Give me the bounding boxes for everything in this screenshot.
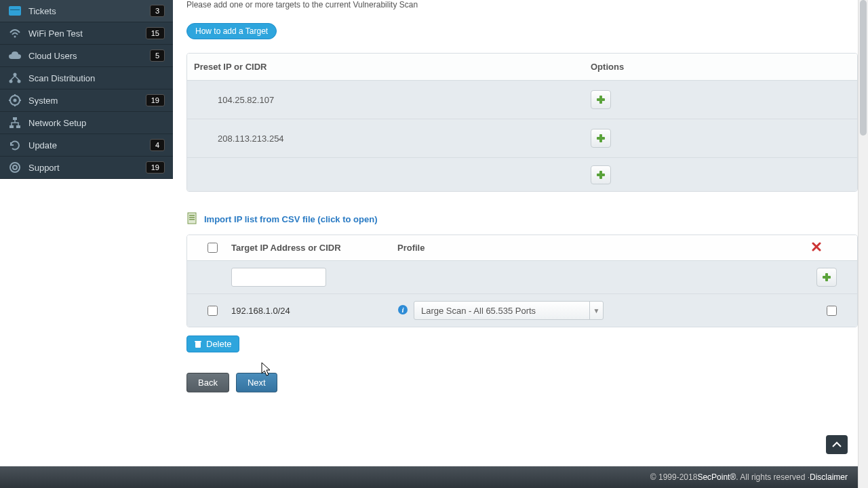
sidebar-item-label: System: [28, 96, 146, 106]
gear-icon: [8, 94, 22, 107]
svg-rect-26: [189, 219, 195, 220]
refresh-icon: [8, 138, 22, 152]
sidebar-item-label: Update: [28, 140, 150, 150]
sidebar-badge: 19: [146, 161, 165, 174]
next-button[interactable]: Next: [236, 373, 277, 392]
csv-icon: [186, 212, 199, 226]
footer-copyright: © 1999-2018: [650, 472, 698, 482]
sidebar-item-label: Scan Distribution: [28, 73, 165, 83]
preset-row: 208.113.213.254: [187, 119, 857, 157]
svg-rect-23: [188, 213, 196, 224]
sidebar-item-update[interactable]: Update 4: [0, 134, 173, 157]
svg-rect-1: [10, 9, 20, 10]
plus-icon: [596, 134, 606, 143]
plus-icon: [596, 170, 606, 180]
target-row-input: [187, 260, 857, 293]
add-preset-button[interactable]: [591, 165, 611, 184]
sidebar-item-wifi[interactable]: WiFi Pen Test 15: [0, 22, 173, 45]
svg-rect-20: [597, 137, 605, 140]
plus-icon: [822, 272, 831, 282]
svg-point-16: [13, 165, 17, 169]
preset-ip-value: 208.113.213.254: [194, 134, 591, 144]
svg-point-3: [14, 73, 17, 77]
preset-row: 104.25.82.107: [187, 80, 857, 119]
trash-icon: [194, 340, 202, 348]
import-csv-row[interactable]: Import IP list from CSV file (click to o…: [186, 212, 858, 226]
sidebar-item-support[interactable]: Support 19: [0, 157, 173, 179]
chevron-up-icon: [832, 441, 842, 448]
svg-point-5: [18, 80, 21, 83]
svg-rect-28: [823, 276, 831, 279]
svg-rect-13: [9, 125, 14, 128]
delete-column-icon[interactable]: [812, 243, 821, 253]
scrollbar-thumb[interactable]: [860, 0, 867, 136]
sidebar-item-scan-dist[interactable]: Scan Distribution: [0, 67, 173, 89]
svg-rect-12: [13, 117, 17, 120]
preset-row: [187, 157, 857, 191]
sidebar-badge: 5: [150, 49, 165, 62]
delete-button[interactable]: Delete: [186, 336, 239, 352]
sidebar-item-cloud-users[interactable]: Cloud Users 5: [0, 45, 173, 67]
footer: © 1999-2018 SecPoint® . All rights reser…: [0, 466, 868, 488]
svg-point-2: [14, 36, 16, 38]
targets-table: Target IP Address or CIDR Profile 192.16…: [186, 235, 858, 327]
target-row-checkbox[interactable]: [208, 306, 218, 316]
preset-table-header: Preset IP or CIDR Options: [187, 54, 857, 80]
target-ip-input[interactable]: [231, 268, 326, 287]
scroll-to-top-button[interactable]: [826, 435, 848, 454]
sidebar-item-network[interactable]: Network Setup: [0, 112, 173, 134]
plus-icon: [596, 95, 606, 104]
wifi-icon: [8, 26, 22, 40]
sidebar-item-system[interactable]: System 19: [0, 89, 173, 112]
add-preset-button[interactable]: [591, 90, 611, 109]
target-row-option-checkbox[interactable]: [827, 306, 837, 316]
sidebar-badge: 3: [150, 5, 165, 17]
sidebar-item-label: Support: [28, 163, 146, 173]
add-target-button[interactable]: [816, 268, 837, 287]
add-preset-button[interactable]: [591, 129, 611, 148]
chevron-down-icon: ▼: [589, 302, 603, 319]
svg-rect-0: [9, 6, 21, 16]
col-target-ip: Target IP Address or CIDR: [231, 243, 397, 253]
svg-rect-18: [597, 98, 605, 101]
svg-point-4: [9, 80, 13, 83]
svg-rect-25: [189, 217, 195, 218]
sidebar-item-tickets[interactable]: Tickets 3: [0, 0, 173, 22]
wizard-nav: Back Next: [186, 373, 858, 392]
col-preset-ip: Preset IP or CIDR: [194, 62, 591, 72]
svg-point-7: [14, 99, 17, 102]
svg-rect-22: [597, 174, 605, 176]
sidebar-item-label: Network Setup: [28, 118, 165, 128]
footer-disclaimer-link[interactable]: Disclaimer: [810, 472, 848, 482]
back-button[interactable]: Back: [186, 373, 229, 392]
sidebar: Tickets 3 WiFi Pen Test 15 Cloud Users 5…: [0, 0, 173, 179]
vertical-scrollbar[interactable]: [858, 0, 868, 488]
svg-rect-14: [16, 125, 20, 128]
sidebar-item-label: WiFi Pen Test: [28, 28, 146, 39]
target-ip-value: 192.168.1.0/24: [231, 306, 397, 316]
import-csv-link[interactable]: Import IP list from CSV file (click to o…: [204, 214, 377, 224]
sidebar-badge: 15: [146, 27, 165, 39]
support-icon: [8, 161, 22, 174]
sidebar-badge: 19: [146, 94, 165, 106]
sidebar-badge: 4: [150, 139, 165, 151]
main-content: Please add one or more targets to the cu…: [186, 0, 858, 464]
svg-rect-31: [195, 342, 201, 348]
network-icon: [8, 116, 22, 129]
select-all-checkbox[interactable]: [208, 243, 218, 253]
svg-rect-32: [195, 341, 201, 342]
profile-select[interactable]: Large Scan - All 65.535 Ports ▼: [414, 301, 604, 320]
distribution-icon: [8, 71, 22, 85]
preset-ip-value: 104.25.82.107: [194, 95, 591, 105]
footer-company: SecPoint®: [697, 472, 736, 482]
sidebar-item-label: Tickets: [28, 6, 150, 16]
footer-rights: . All rights reserved ·: [736, 472, 810, 482]
how-to-add-target-button[interactable]: How to add a Target: [186, 23, 277, 39]
ticket-icon: [8, 4, 22, 18]
target-row: 192.168.1.0/24 i Large Scan - All 65.535…: [187, 293, 857, 327]
info-icon[interactable]: i: [397, 304, 408, 317]
cloud-icon: [8, 49, 22, 62]
delete-button-label: Delete: [206, 339, 232, 349]
targets-table-header: Target IP Address or CIDR Profile: [187, 235, 857, 260]
instruction-text: Please add one or more targets to the cu…: [186, 0, 858, 9]
